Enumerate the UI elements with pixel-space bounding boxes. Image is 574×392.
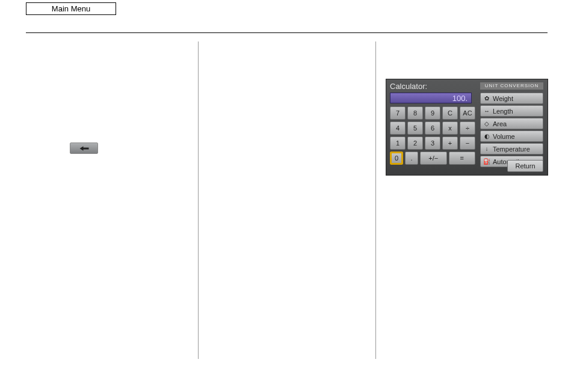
calculator-display: 100.	[390, 93, 472, 103]
calc-key-[interactable]: .	[405, 152, 418, 165]
calc-key-8[interactable]: 8	[407, 106, 423, 120]
unit-conversion-header: UNIT CONVERSION	[480, 82, 543, 90]
unit-label: Length	[493, 108, 513, 115]
unit-conversion-list: ✿Weight↔Length◇Area◐Volume↓Temperature⛽A…	[480, 93, 543, 167]
calc-key-4[interactable]: 4	[390, 121, 406, 135]
unit-length[interactable]: ↔Length	[480, 105, 543, 117]
main-menu-button[interactable]: Main Menu	[26, 2, 116, 15]
weight-icon: ✿	[483, 95, 490, 102]
unit-label: Temperature	[493, 145, 530, 153]
return-button[interactable]: Return	[507, 160, 543, 172]
calculator-keypad: 789CAC456x÷123+−0.+/−=	[390, 106, 475, 167]
unit-weight[interactable]: ✿Weight	[480, 93, 543, 104]
calculator-title: Calculator:	[390, 82, 427, 91]
unit-label: Area	[493, 120, 507, 127]
calc-key-[interactable]: +	[442, 136, 458, 150]
back-arrow-icon	[79, 143, 90, 154]
calc-key-1[interactable]: 1	[390, 136, 406, 150]
calc-key-5[interactable]: 5	[407, 121, 423, 135]
divider-col-1	[198, 41, 199, 359]
calc-key-6[interactable]: 6	[425, 121, 440, 135]
calc-key-[interactable]: =	[449, 152, 475, 165]
divider-horizontal	[26, 32, 548, 33]
volume-icon: ◐	[483, 133, 490, 139]
length-icon: ↔	[483, 108, 490, 114]
unit-temperature[interactable]: ↓Temperature	[480, 143, 543, 155]
calc-key-9[interactable]: 9	[425, 106, 440, 120]
calc-key-2[interactable]: 2	[407, 136, 423, 150]
temperature-icon: ↓	[483, 145, 490, 152]
unit-volume[interactable]: ◐Volume	[480, 130, 543, 142]
unit-label: Volume	[493, 133, 515, 140]
calc-key-[interactable]: −	[460, 136, 475, 150]
unit-area[interactable]: ◇Area	[480, 118, 543, 129]
calc-key-[interactable]: +/−	[420, 152, 446, 165]
unit-label: Weight	[493, 95, 513, 102]
calc-key-7[interactable]: 7	[390, 106, 406, 120]
automotive-icon: ⛽	[483, 158, 490, 165]
calc-key-c[interactable]: C	[442, 106, 458, 120]
calc-key-ac[interactable]: AC	[460, 106, 475, 120]
back-button[interactable]	[70, 142, 98, 154]
calc-key-x[interactable]: x	[442, 121, 458, 135]
calc-key-[interactable]: ÷	[460, 121, 475, 135]
calc-key-3[interactable]: 3	[425, 136, 440, 150]
calc-key-0[interactable]: 0	[390, 152, 403, 165]
calculator-panel: Calculator: 100. 789CAC456x÷123+−0.+/−= …	[386, 79, 548, 176]
divider-col-2	[375, 41, 376, 359]
area-icon: ◇	[483, 120, 490, 127]
